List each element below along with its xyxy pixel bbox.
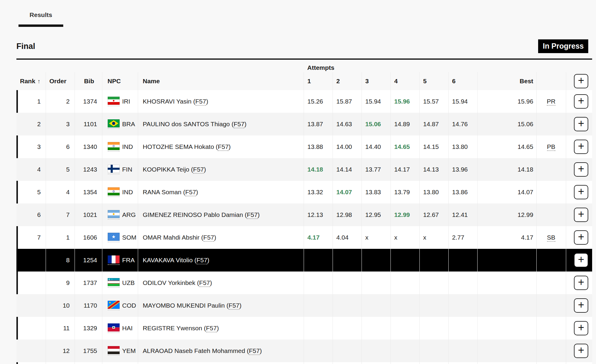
attempt-5-cell: 14.15 xyxy=(419,135,448,158)
bib-cell: 1374 xyxy=(75,90,102,113)
attempt-4-cell xyxy=(390,340,419,362)
attempt-6-cell xyxy=(448,249,477,272)
npc-cell: IND xyxy=(102,181,138,203)
npc-cell: IND xyxy=(102,135,138,158)
expand-row-button[interactable]: + xyxy=(574,94,588,109)
expand-row-button[interactable]: + xyxy=(574,140,588,154)
best-cell xyxy=(477,340,536,362)
flag-fra-icon xyxy=(108,255,120,265)
rank-cell: 5 xyxy=(16,181,46,203)
col-header-attempt-2[interactable]: 2 xyxy=(333,72,362,90)
npc-code: YEM xyxy=(122,347,136,354)
attempt-2-cell: 14.07 xyxy=(333,181,362,203)
attempt-1-cell: 13.88 xyxy=(304,135,333,158)
rank-cell xyxy=(16,317,46,340)
flag-ind-icon xyxy=(108,187,120,197)
npc-code: IND xyxy=(122,143,133,150)
col-header-bib[interactable]: Bib xyxy=(75,72,102,90)
bib-cell: 1755 xyxy=(75,340,102,362)
athlete-name-cell: KAVAKAVA Vitolio (F57) xyxy=(138,249,304,272)
npc-cell: COD xyxy=(102,294,138,317)
table-row: 8 1254 FRA KAVAKAVA Vitolio (F57) + xyxy=(16,249,592,272)
npc-code: SOM xyxy=(122,234,137,241)
row-marker xyxy=(16,362,18,364)
npc-cell: IRI xyxy=(102,90,138,113)
table-row: 3 6 1340 IND HOTOZHE SEMA Hokato (F57) 1… xyxy=(16,135,592,158)
rank-cell: 4 xyxy=(16,158,46,181)
order-cell: 1 xyxy=(46,226,75,249)
col-header-attempt-4[interactable]: 4 xyxy=(390,72,419,90)
rank-cell: 3 xyxy=(16,135,46,158)
section-header: Final In Progress xyxy=(16,39,588,54)
sport-class: F57 xyxy=(199,279,210,287)
best-cell xyxy=(477,317,536,340)
attempt-4-cell: 14.17 xyxy=(390,158,419,181)
expand-row-button[interactable]: + xyxy=(574,162,588,177)
npc-cell: BRA xyxy=(102,113,138,135)
col-header-attempt-6[interactable]: 6 xyxy=(448,72,477,90)
expand-columns-button[interactable]: + xyxy=(574,74,588,88)
col-header-name[interactable]: Name xyxy=(138,72,304,90)
col-header-attempt-1[interactable]: 1 xyxy=(304,72,333,90)
table-row: 7 1 1606 SOM OMAR Mahdi Abshir (F57) 4.1… xyxy=(16,226,592,249)
table-row: 11 1329 HAI REGISTRE Ywenson (F57) + xyxy=(16,317,592,340)
attempt-1-cell xyxy=(304,272,333,294)
col-header-attempt-3[interactable]: 3 xyxy=(362,72,390,90)
athlete-name-cell: MAYOMBO MUKENDI Paulin (F57) xyxy=(138,294,304,317)
col-header-npc[interactable]: NPC xyxy=(102,72,138,90)
npc-code: IRI xyxy=(122,98,130,105)
expand-row-button[interactable]: + xyxy=(574,208,588,222)
expand-row-button[interactable]: + xyxy=(574,344,588,358)
expand-row-button[interactable]: + xyxy=(574,253,588,267)
record-cell xyxy=(536,181,566,203)
col-header-order[interactable]: Order xyxy=(46,72,75,90)
expand-row-button[interactable]: + xyxy=(574,117,588,131)
col-header-best[interactable]: Best xyxy=(477,72,536,90)
attempt-2-cell: 14.14 xyxy=(333,158,362,181)
attempt-1-cell: 13.32 xyxy=(304,181,333,203)
sort-ascending-icon: ↑ xyxy=(37,78,40,84)
table-row: 2 3 1101 BRA PAULINO dos SANTOS Thiago (… xyxy=(16,113,592,135)
npc-code: IND xyxy=(122,189,133,196)
status-badge: In Progress xyxy=(538,39,588,53)
expand-row-button[interactable]: + xyxy=(574,185,588,199)
athlete-name-cell: ODILOV Yorkinbek (F57) xyxy=(138,272,304,294)
attempt-5-cell: x xyxy=(419,226,448,249)
expand-row-button[interactable]: + xyxy=(574,276,588,290)
npc-code: BRA xyxy=(122,121,135,128)
col-header-attempt-5[interactable]: 5 xyxy=(419,72,448,90)
expand-row-button[interactable]: + xyxy=(574,321,588,335)
tab-results-label: Results xyxy=(30,11,52,18)
tab-results[interactable]: Results xyxy=(18,11,63,27)
athlete-name-cell: HOTOZHE SEMA Hokato (F57) xyxy=(138,135,304,158)
attempt-1-cell: 13.87 xyxy=(304,113,333,135)
expand-cell: + xyxy=(566,203,592,226)
attempt-5-cell xyxy=(419,317,448,340)
flag-som-icon xyxy=(108,233,120,242)
attempt-2-cell: 15.87 xyxy=(333,90,362,113)
attempt-1-cell: 12.13 xyxy=(304,203,333,226)
best-cell: 14.65 xyxy=(477,135,536,158)
attempt-3-cell xyxy=(362,272,390,294)
npc-cell: HAI xyxy=(102,317,138,340)
npc-code: FIN xyxy=(122,166,132,173)
best-cell xyxy=(477,272,536,294)
flag-bra-icon xyxy=(108,119,120,129)
attempt-4-cell: 13.79 xyxy=(390,181,419,203)
order-cell: 7 xyxy=(46,203,75,226)
expand-row-button[interactable]: + xyxy=(574,230,588,245)
col-header-rank[interactable]: Rank↑ xyxy=(16,72,46,90)
expand-row-button[interactable]: + xyxy=(574,298,588,313)
flag-arg-icon xyxy=(108,210,120,220)
attempt-2-cell xyxy=(333,249,362,272)
sport-class: F57 xyxy=(197,257,207,264)
record-cell xyxy=(536,113,566,135)
attempt-2-cell xyxy=(333,317,362,340)
rank-cell xyxy=(16,249,46,272)
table-row: 10 1170 COD MAYOMBO MUKENDI Paulin (F57)… xyxy=(16,294,592,317)
attempt-5-cell: 14.13 xyxy=(419,158,448,181)
rank-cell: 6 xyxy=(16,203,46,226)
flag-iri-icon xyxy=(108,97,120,106)
sport-class: F57 xyxy=(249,347,260,355)
athlete-name-cell: PAULINO dos SANTOS Thiago (F57) xyxy=(138,113,304,135)
